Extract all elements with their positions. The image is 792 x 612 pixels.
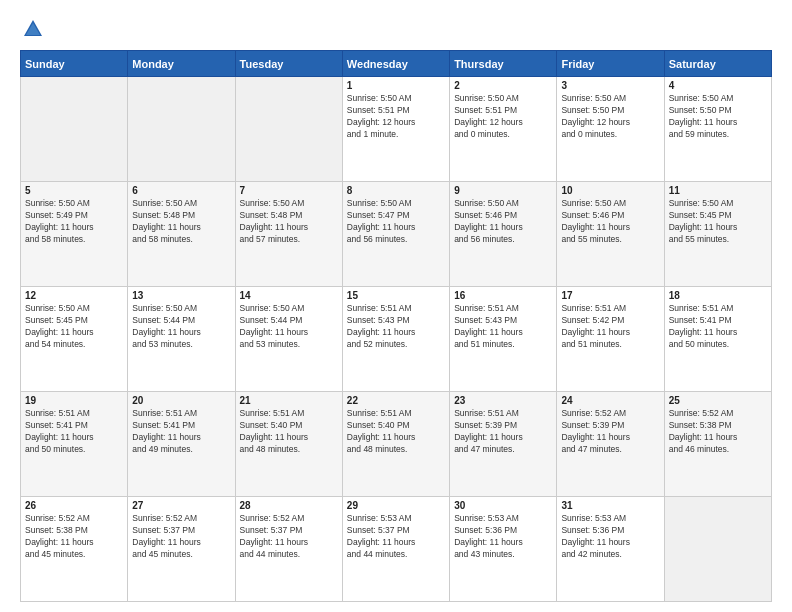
day-number: 27 <box>132 500 230 511</box>
calendar-cell: 20Sunrise: 5:51 AM Sunset: 5:41 PM Dayli… <box>128 392 235 497</box>
day-info: Sunrise: 5:50 AM Sunset: 5:45 PM Dayligh… <box>25 303 123 351</box>
day-number: 11 <box>669 185 767 196</box>
calendar-cell <box>21 77 128 182</box>
calendar-cell: 11Sunrise: 5:50 AM Sunset: 5:45 PM Dayli… <box>664 182 771 287</box>
day-number: 25 <box>669 395 767 406</box>
calendar-cell: 7Sunrise: 5:50 AM Sunset: 5:48 PM Daylig… <box>235 182 342 287</box>
day-info: Sunrise: 5:53 AM Sunset: 5:36 PM Dayligh… <box>561 513 659 561</box>
day-number: 10 <box>561 185 659 196</box>
day-info: Sunrise: 5:51 AM Sunset: 5:41 PM Dayligh… <box>132 408 230 456</box>
day-info: Sunrise: 5:51 AM Sunset: 5:40 PM Dayligh… <box>240 408 338 456</box>
calendar-cell: 30Sunrise: 5:53 AM Sunset: 5:36 PM Dayli… <box>450 497 557 602</box>
header <box>20 18 772 40</box>
day-number: 24 <box>561 395 659 406</box>
day-number: 13 <box>132 290 230 301</box>
day-info: Sunrise: 5:51 AM Sunset: 5:43 PM Dayligh… <box>454 303 552 351</box>
day-number: 4 <box>669 80 767 91</box>
day-number: 20 <box>132 395 230 406</box>
day-number: 2 <box>454 80 552 91</box>
weekday-header-thursday: Thursday <box>450 51 557 77</box>
day-info: Sunrise: 5:50 AM Sunset: 5:51 PM Dayligh… <box>454 93 552 141</box>
day-number: 30 <box>454 500 552 511</box>
day-number: 1 <box>347 80 445 91</box>
logo <box>20 18 44 40</box>
calendar-cell: 10Sunrise: 5:50 AM Sunset: 5:46 PM Dayli… <box>557 182 664 287</box>
calendar-cell: 6Sunrise: 5:50 AM Sunset: 5:48 PM Daylig… <box>128 182 235 287</box>
weekday-header-friday: Friday <box>557 51 664 77</box>
day-info: Sunrise: 5:51 AM Sunset: 5:43 PM Dayligh… <box>347 303 445 351</box>
calendar-cell: 13Sunrise: 5:50 AM Sunset: 5:44 PM Dayli… <box>128 287 235 392</box>
week-row-4: 19Sunrise: 5:51 AM Sunset: 5:41 PM Dayli… <box>21 392 772 497</box>
day-number: 28 <box>240 500 338 511</box>
calendar-table: SundayMondayTuesdayWednesdayThursdayFrid… <box>20 50 772 602</box>
page: SundayMondayTuesdayWednesdayThursdayFrid… <box>0 0 792 612</box>
week-row-1: 1Sunrise: 5:50 AM Sunset: 5:51 PM Daylig… <box>21 77 772 182</box>
day-info: Sunrise: 5:50 AM Sunset: 5:45 PM Dayligh… <box>669 198 767 246</box>
day-number: 8 <box>347 185 445 196</box>
day-number: 31 <box>561 500 659 511</box>
day-number: 6 <box>132 185 230 196</box>
day-number: 9 <box>454 185 552 196</box>
calendar-cell: 19Sunrise: 5:51 AM Sunset: 5:41 PM Dayli… <box>21 392 128 497</box>
calendar-cell: 15Sunrise: 5:51 AM Sunset: 5:43 PM Dayli… <box>342 287 449 392</box>
weekday-header-wednesday: Wednesday <box>342 51 449 77</box>
day-number: 22 <box>347 395 445 406</box>
day-info: Sunrise: 5:51 AM Sunset: 5:41 PM Dayligh… <box>25 408 123 456</box>
day-info: Sunrise: 5:52 AM Sunset: 5:37 PM Dayligh… <box>240 513 338 561</box>
calendar-cell: 28Sunrise: 5:52 AM Sunset: 5:37 PM Dayli… <box>235 497 342 602</box>
weekday-header-sunday: Sunday <box>21 51 128 77</box>
day-info: Sunrise: 5:51 AM Sunset: 5:40 PM Dayligh… <box>347 408 445 456</box>
day-info: Sunrise: 5:53 AM Sunset: 5:36 PM Dayligh… <box>454 513 552 561</box>
logo-icon <box>22 18 44 40</box>
calendar-cell: 2Sunrise: 5:50 AM Sunset: 5:51 PM Daylig… <box>450 77 557 182</box>
day-info: Sunrise: 5:50 AM Sunset: 5:48 PM Dayligh… <box>132 198 230 246</box>
day-info: Sunrise: 5:50 AM Sunset: 5:46 PM Dayligh… <box>561 198 659 246</box>
calendar-cell: 26Sunrise: 5:52 AM Sunset: 5:38 PM Dayli… <box>21 497 128 602</box>
calendar-cell: 22Sunrise: 5:51 AM Sunset: 5:40 PM Dayli… <box>342 392 449 497</box>
day-info: Sunrise: 5:50 AM Sunset: 5:44 PM Dayligh… <box>132 303 230 351</box>
calendar-cell: 18Sunrise: 5:51 AM Sunset: 5:41 PM Dayli… <box>664 287 771 392</box>
calendar-cell: 3Sunrise: 5:50 AM Sunset: 5:50 PM Daylig… <box>557 77 664 182</box>
day-info: Sunrise: 5:51 AM Sunset: 5:39 PM Dayligh… <box>454 408 552 456</box>
day-number: 26 <box>25 500 123 511</box>
calendar-cell: 9Sunrise: 5:50 AM Sunset: 5:46 PM Daylig… <box>450 182 557 287</box>
week-row-3: 12Sunrise: 5:50 AM Sunset: 5:45 PM Dayli… <box>21 287 772 392</box>
day-number: 3 <box>561 80 659 91</box>
calendar-cell: 24Sunrise: 5:52 AM Sunset: 5:39 PM Dayli… <box>557 392 664 497</box>
calendar-cell: 23Sunrise: 5:51 AM Sunset: 5:39 PM Dayli… <box>450 392 557 497</box>
day-info: Sunrise: 5:51 AM Sunset: 5:41 PM Dayligh… <box>669 303 767 351</box>
day-number: 7 <box>240 185 338 196</box>
day-number: 16 <box>454 290 552 301</box>
day-number: 21 <box>240 395 338 406</box>
calendar-cell: 1Sunrise: 5:50 AM Sunset: 5:51 PM Daylig… <box>342 77 449 182</box>
day-info: Sunrise: 5:50 AM Sunset: 5:50 PM Dayligh… <box>669 93 767 141</box>
calendar-cell: 16Sunrise: 5:51 AM Sunset: 5:43 PM Dayli… <box>450 287 557 392</box>
week-row-2: 5Sunrise: 5:50 AM Sunset: 5:49 PM Daylig… <box>21 182 772 287</box>
day-info: Sunrise: 5:50 AM Sunset: 5:49 PM Dayligh… <box>25 198 123 246</box>
day-info: Sunrise: 5:52 AM Sunset: 5:37 PM Dayligh… <box>132 513 230 561</box>
day-number: 23 <box>454 395 552 406</box>
day-number: 29 <box>347 500 445 511</box>
calendar-cell: 21Sunrise: 5:51 AM Sunset: 5:40 PM Dayli… <box>235 392 342 497</box>
week-row-5: 26Sunrise: 5:52 AM Sunset: 5:38 PM Dayli… <box>21 497 772 602</box>
day-info: Sunrise: 5:50 AM Sunset: 5:46 PM Dayligh… <box>454 198 552 246</box>
calendar-cell: 4Sunrise: 5:50 AM Sunset: 5:50 PM Daylig… <box>664 77 771 182</box>
calendar-cell: 8Sunrise: 5:50 AM Sunset: 5:47 PM Daylig… <box>342 182 449 287</box>
calendar-cell <box>128 77 235 182</box>
day-number: 15 <box>347 290 445 301</box>
calendar-cell: 29Sunrise: 5:53 AM Sunset: 5:37 PM Dayli… <box>342 497 449 602</box>
weekday-header-row: SundayMondayTuesdayWednesdayThursdayFrid… <box>21 51 772 77</box>
day-number: 17 <box>561 290 659 301</box>
day-info: Sunrise: 5:50 AM Sunset: 5:47 PM Dayligh… <box>347 198 445 246</box>
day-info: Sunrise: 5:50 AM Sunset: 5:50 PM Dayligh… <box>561 93 659 141</box>
calendar-cell: 5Sunrise: 5:50 AM Sunset: 5:49 PM Daylig… <box>21 182 128 287</box>
day-number: 14 <box>240 290 338 301</box>
calendar-cell: 12Sunrise: 5:50 AM Sunset: 5:45 PM Dayli… <box>21 287 128 392</box>
day-info: Sunrise: 5:52 AM Sunset: 5:38 PM Dayligh… <box>669 408 767 456</box>
calendar-cell: 17Sunrise: 5:51 AM Sunset: 5:42 PM Dayli… <box>557 287 664 392</box>
day-info: Sunrise: 5:50 AM Sunset: 5:48 PM Dayligh… <box>240 198 338 246</box>
day-info: Sunrise: 5:53 AM Sunset: 5:37 PM Dayligh… <box>347 513 445 561</box>
weekday-header-monday: Monday <box>128 51 235 77</box>
weekday-header-saturday: Saturday <box>664 51 771 77</box>
day-number: 19 <box>25 395 123 406</box>
